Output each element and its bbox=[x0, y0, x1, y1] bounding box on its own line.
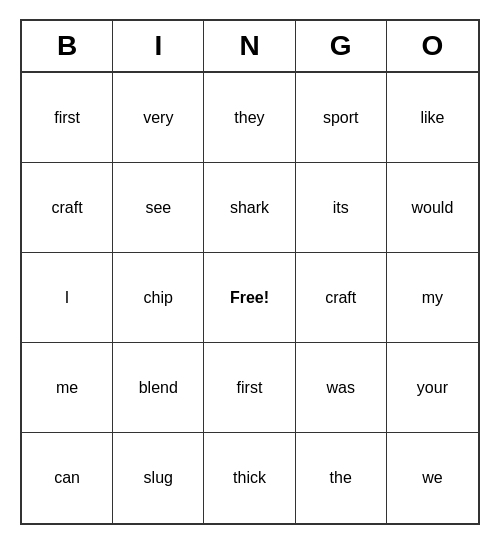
bingo-cell-3[interactable]: sport bbox=[296, 73, 387, 163]
bingo-cell-12[interactable]: Free! bbox=[204, 253, 295, 343]
bingo-cell-13[interactable]: craft bbox=[296, 253, 387, 343]
bingo-cell-19[interactable]: your bbox=[387, 343, 478, 433]
bingo-cell-2[interactable]: they bbox=[204, 73, 295, 163]
bingo-cell-16[interactable]: blend bbox=[113, 343, 204, 433]
bingo-grid: firstverytheysportlikecraftseesharkitswo… bbox=[22, 73, 478, 523]
bingo-cell-4[interactable]: like bbox=[387, 73, 478, 163]
bingo-cell-1[interactable]: very bbox=[113, 73, 204, 163]
bingo-cell-7[interactable]: shark bbox=[204, 163, 295, 253]
bingo-cell-8[interactable]: its bbox=[296, 163, 387, 253]
bingo-card: BINGO firstverytheysportlikecraftseeshar… bbox=[20, 19, 480, 525]
bingo-cell-0[interactable]: first bbox=[22, 73, 113, 163]
bingo-cell-17[interactable]: first bbox=[204, 343, 295, 433]
header-letter-n: N bbox=[204, 21, 295, 71]
bingo-cell-5[interactable]: craft bbox=[22, 163, 113, 253]
bingo-cell-20[interactable]: can bbox=[22, 433, 113, 523]
bingo-cell-24[interactable]: we bbox=[387, 433, 478, 523]
bingo-header: BINGO bbox=[22, 21, 478, 73]
bingo-cell-22[interactable]: thick bbox=[204, 433, 295, 523]
header-letter-o: O bbox=[387, 21, 478, 71]
bingo-cell-18[interactable]: was bbox=[296, 343, 387, 433]
bingo-cell-21[interactable]: slug bbox=[113, 433, 204, 523]
bingo-cell-23[interactable]: the bbox=[296, 433, 387, 523]
header-letter-i: I bbox=[113, 21, 204, 71]
bingo-cell-6[interactable]: see bbox=[113, 163, 204, 253]
header-letter-b: B bbox=[22, 21, 113, 71]
header-letter-g: G bbox=[296, 21, 387, 71]
bingo-cell-14[interactable]: my bbox=[387, 253, 478, 343]
bingo-cell-10[interactable]: I bbox=[22, 253, 113, 343]
bingo-cell-15[interactable]: me bbox=[22, 343, 113, 433]
bingo-cell-11[interactable]: chip bbox=[113, 253, 204, 343]
bingo-cell-9[interactable]: would bbox=[387, 163, 478, 253]
